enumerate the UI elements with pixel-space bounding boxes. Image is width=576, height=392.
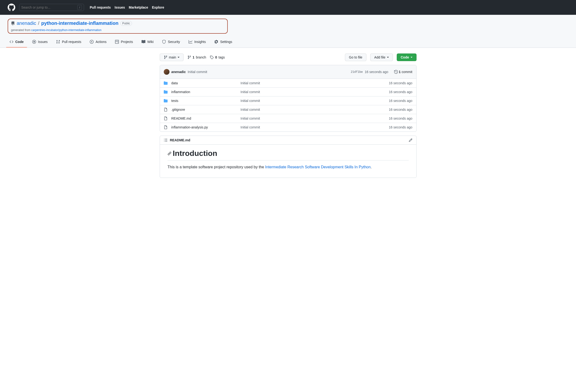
tab-projects[interactable]: Projects: [112, 38, 136, 48]
repo-header: anenadic / python-intermediate-inflammat…: [0, 15, 576, 48]
readme-header: README.md: [160, 136, 416, 145]
readme-heading: Introduction: [173, 149, 217, 158]
file-commit-message[interactable]: Initial commit: [241, 81, 389, 85]
primary-nav: Pull requests Issues Marketplace Explore: [90, 5, 164, 9]
file-name[interactable]: README.md: [172, 117, 241, 120]
tags-link[interactable]: 0 tags: [210, 55, 225, 59]
commit-message[interactable]: Initial commit: [188, 70, 207, 74]
file-row: inflammation-analysis.pyInitial commit16…: [160, 123, 416, 132]
file-time: 16 seconds ago: [389, 108, 412, 112]
folder-icon: [164, 99, 168, 103]
chevron-down-icon: [411, 57, 412, 58]
repo-title: anenadic / python-intermediate-inflammat…: [8, 19, 228, 34]
folder-icon: [164, 81, 168, 85]
file-commit-message[interactable]: Initial commit: [241, 99, 389, 103]
tab-wiki[interactable]: Wiki: [138, 38, 157, 48]
readme-panel: README.md Introduction This is a templat…: [160, 136, 417, 178]
generated-from-link[interactable]: carpentries-incubator/python-intermediat…: [31, 29, 101, 32]
file-name[interactable]: .gitignore: [172, 108, 241, 112]
file-icon: [164, 108, 168, 112]
git-branch-icon: [164, 55, 168, 59]
file-commit-message[interactable]: Initial commit: [241, 108, 389, 112]
folder-icon: [164, 90, 168, 94]
gear-icon: [214, 40, 218, 44]
tag-icon: [210, 55, 214, 59]
file-row: testsInitial commit16 seconds ago: [160, 96, 416, 105]
generated-from: generated from carpentries-incubator/pyt…: [11, 29, 224, 32]
tab-issues[interactable]: Issues: [29, 38, 51, 48]
file-row: README.mdInitial commit16 seconds ago: [160, 114, 416, 123]
tab-insights[interactable]: Insights: [185, 38, 209, 48]
search-slash-hint: /: [77, 5, 82, 10]
nav-pull-requests[interactable]: Pull requests: [90, 5, 111, 9]
search-box[interactable]: /: [19, 4, 84, 11]
commit-author[interactable]: anenadic: [172, 70, 186, 74]
repo-separator: /: [38, 21, 39, 26]
git-pull-request-icon: [56, 40, 60, 44]
shield-icon: [162, 40, 166, 44]
nav-explore[interactable]: Explore: [152, 5, 164, 9]
file-commit-message[interactable]: Initial commit: [241, 117, 389, 120]
commit-sha[interactable]: 21df1be: [351, 70, 363, 74]
tab-actions[interactable]: Actions: [86, 38, 110, 48]
github-logo-icon[interactable]: [8, 3, 15, 11]
file-time: 16 seconds ago: [389, 90, 412, 94]
search-input[interactable]: [21, 5, 77, 9]
project-icon: [115, 40, 119, 44]
graph-icon: [189, 40, 192, 44]
issue-icon: [32, 40, 36, 44]
file-row: .gitignoreInitial commit16 seconds ago: [160, 105, 416, 114]
file-name[interactable]: inflammation: [172, 90, 241, 94]
file-name[interactable]: inflammation-analysis.py: [172, 125, 241, 129]
branches-link[interactable]: 1 branch: [187, 55, 206, 59]
file-row: dataInitial commit16 seconds ago: [160, 79, 416, 88]
file-listing: anenadic Initial commit 21df1be 16 secon…: [160, 65, 417, 132]
nav-issues[interactable]: Issues: [115, 5, 125, 9]
file-icon: [164, 117, 168, 120]
nav-marketplace[interactable]: Marketplace: [129, 5, 148, 9]
pencil-icon[interactable]: [409, 138, 412, 142]
link-icon[interactable]: [168, 151, 172, 155]
commit-time: 16 seconds ago: [365, 70, 388, 74]
generated-prefix: generated from: [11, 29, 31, 32]
repo-owner-link[interactable]: anenadic: [17, 21, 36, 26]
commits-link[interactable]: 1 commit: [394, 70, 412, 74]
tab-settings[interactable]: Settings: [211, 38, 236, 48]
avatar[interactable]: [164, 69, 170, 75]
tab-code[interactable]: Code: [6, 38, 27, 48]
git-branch-icon: [187, 55, 191, 59]
readme-body: Introduction This is a template software…: [160, 145, 416, 178]
repo-content: main 1 branch 0 tags Go to file Add file…: [160, 54, 417, 178]
add-file-button[interactable]: Add file: [370, 54, 393, 61]
file-row: inflammationInitial commit16 seconds ago: [160, 88, 416, 96]
book-icon: [142, 40, 145, 44]
file-commit-message[interactable]: Initial commit: [241, 90, 389, 94]
file-time: 16 seconds ago: [389, 117, 412, 120]
repo-name-link[interactable]: python-intermediate-inflammation: [41, 21, 118, 26]
readme-filename[interactable]: README.md: [170, 138, 191, 142]
file-commit-message[interactable]: Initial commit: [241, 125, 389, 129]
play-icon: [90, 40, 94, 44]
file-time: 16 seconds ago: [389, 81, 412, 85]
go-to-file-button[interactable]: Go to file: [345, 54, 366, 61]
repo-tabs: Code Issues Pull requests Actions Projec…: [6, 38, 568, 48]
list-icon: [164, 138, 168, 142]
file-time: 16 seconds ago: [389, 125, 412, 129]
branch-select-button[interactable]: main: [160, 54, 184, 61]
file-name[interactable]: tests: [172, 99, 241, 103]
code-download-button[interactable]: Code: [397, 54, 417, 61]
repo-icon: [11, 22, 15, 25]
readme-course-link[interactable]: Intermediate Research Software Developme…: [265, 165, 371, 169]
file-name[interactable]: data: [172, 81, 241, 85]
chevron-down-icon: [178, 57, 179, 58]
tab-pull-requests[interactable]: Pull requests: [53, 38, 85, 48]
code-icon: [10, 40, 13, 44]
history-icon: [394, 70, 398, 74]
visibility-badge: Public: [120, 21, 132, 26]
readme-paragraph: This is a template software project repo…: [168, 164, 409, 170]
latest-commit-row: anenadic Initial commit 21df1be 16 secon…: [160, 65, 416, 79]
chevron-down-icon: [387, 57, 389, 58]
file-icon: [164, 125, 168, 129]
file-toolbar: main 1 branch 0 tags Go to file Add file…: [160, 54, 417, 61]
tab-security[interactable]: Security: [159, 38, 183, 48]
